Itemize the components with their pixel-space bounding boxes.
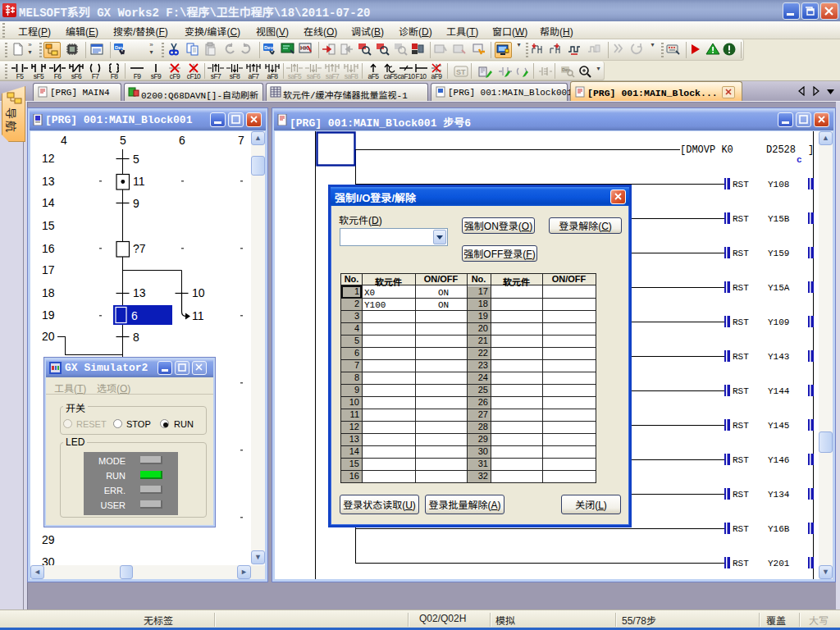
svg-text:Y134: Y134 [768,490,790,500]
svg-text:Dev: Dev [115,45,125,50]
svg-text:RST: RST [733,317,749,327]
svg-text:18: 18 [42,286,55,299]
svg-text:Y16B: Y16B [768,524,790,534]
svg-text:16: 16 [42,242,55,255]
svg-text:14: 14 [42,196,55,209]
svg-text:5: 5 [120,134,126,147]
svg-text:RST: RST [733,524,749,534]
svg-text:6: 6 [131,309,138,322]
svg-text:13: 13 [133,286,146,299]
svg-text:Y15B: Y15B [768,214,790,224]
svg-text:10: 10 [192,286,205,299]
svg-text:4: 4 [61,134,67,147]
svg-text:RST: RST [733,180,749,189]
svg-text:Dev: Dev [562,67,571,72]
svg-text:Y145: Y145 [768,421,789,431]
svg-text:Y146: Y146 [768,455,789,465]
svg-text:17: 17 [42,263,55,276]
svg-text:RST: RST [733,352,749,362]
svg-text:8: 8 [133,331,139,344]
svg-text:ST: ST [456,68,466,76]
svg-text:[DMOVP K0: [DMOVP K0 [680,144,733,156]
svg-text:RST: RST [733,283,749,293]
svg-text:RST: RST [733,559,749,568]
svg-text:29: 29 [42,533,55,546]
svg-text:Y159: Y159 [768,249,789,258]
svg-text:RST: RST [733,249,749,258]
svg-text:12: 12 [42,152,55,165]
svg-text:HK: HK [300,45,308,51]
svg-text:Y143: Y143 [768,352,789,362]
svg-text:Y201: Y201 [768,559,790,568]
svg-text:19: 19 [42,308,55,322]
svg-text:D2528: D2528 [766,144,796,156]
svg-text:RST: RST [733,455,749,465]
svg-text:RST: RST [733,214,749,224]
svg-text:9: 9 [133,197,139,210]
svg-text:Y109: Y109 [768,317,789,327]
svg-text:?7: ?7 [133,242,146,255]
svg-text:Y108: Y108 [768,180,789,189]
svg-text:7: 7 [238,134,244,147]
svg-text:15: 15 [42,219,55,232]
svg-text:c: c [797,155,802,165]
svg-text:11: 11 [133,175,145,188]
svg-text:Dev: Dev [264,45,274,50]
svg-text:13: 13 [42,175,55,188]
svg-text:5: 5 [133,153,139,166]
svg-text:RST: RST [733,386,749,396]
svg-text:RST: RST [733,421,749,431]
svg-text:RST: RST [733,490,749,500]
svg-text:11: 11 [192,309,204,322]
svg-text:]: ] [808,144,814,156]
svg-text:Y144: Y144 [768,386,790,396]
svg-text:20: 20 [42,330,55,343]
svg-text:6: 6 [179,134,185,147]
svg-text:Y15A: Y15A [768,283,790,293]
